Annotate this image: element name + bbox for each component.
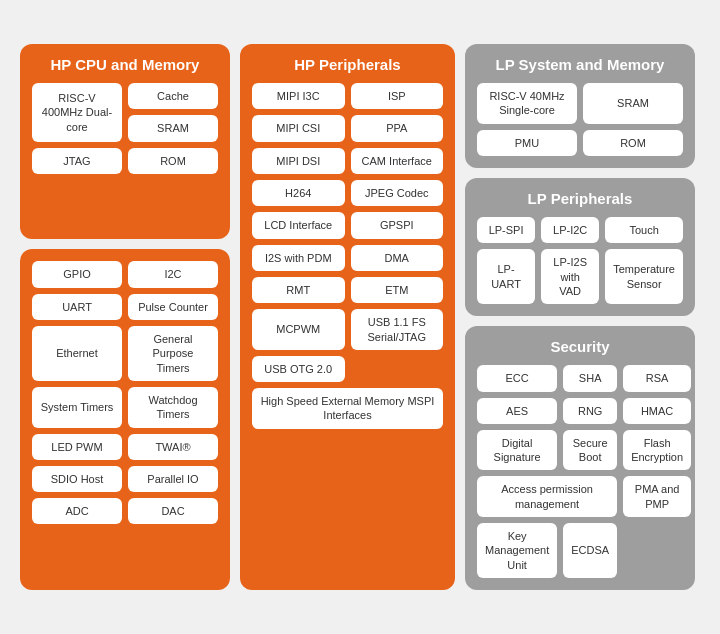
chip-system-timers: System Timers bbox=[32, 387, 122, 428]
chip-secure-boot: Secure Boot bbox=[563, 430, 617, 471]
security-title: Security bbox=[477, 338, 683, 355]
chip-twai: TWAI® bbox=[128, 434, 218, 460]
chip-aes: AES bbox=[477, 398, 557, 424]
hp-io-section: GPIO I2C UART Pulse Counter Ethernet Gen… bbox=[20, 249, 230, 589]
chip-uart: UART bbox=[32, 294, 122, 320]
hp-periph-title: HP Peripherals bbox=[252, 56, 443, 73]
chip-risc-v-400: RISC-V 400MHz Dual-core bbox=[32, 83, 122, 142]
chip-rom-hp: ROM bbox=[128, 148, 218, 174]
chip-lcd-interface: LCD Interface bbox=[252, 212, 345, 238]
hp-cpu-title: HP CPU and Memory bbox=[32, 56, 218, 73]
chip-led-pwm: LED PWM bbox=[32, 434, 122, 460]
lp-system-section: LP System and Memory RISC-V 40MHz Single… bbox=[465, 44, 695, 168]
chip-digital-sig: Digital Signature bbox=[477, 430, 557, 471]
chip-ethernet: Ethernet bbox=[32, 326, 122, 381]
diagram-container: HP CPU and Memory RISC-V 400MHz Dual-cor… bbox=[10, 34, 710, 600]
chip-lp-i2c: LP-I2C bbox=[541, 217, 599, 243]
chip-rng: RNG bbox=[563, 398, 617, 424]
chip-isp: ISP bbox=[351, 83, 444, 109]
chip-ecdsa: ECDSA bbox=[563, 523, 617, 578]
chip-sdio-host: SDIO Host bbox=[32, 466, 122, 492]
right-column: LP System and Memory RISC-V 40MHz Single… bbox=[465, 44, 695, 590]
chip-lp-uart: LP-UART bbox=[477, 249, 535, 304]
chip-high-speed-mem: High Speed External Memory MSPI Interfac… bbox=[252, 388, 443, 429]
chip-mipi-csi: MIPI CSI bbox=[252, 115, 345, 141]
lp-periph-title: LP Peripherals bbox=[477, 190, 683, 207]
chip-cache: Cache bbox=[128, 83, 218, 109]
chip-touch: Touch bbox=[605, 217, 683, 243]
chip-gpspi: GPSPI bbox=[351, 212, 444, 238]
chip-dma: DMA bbox=[351, 245, 444, 271]
chip-lp-spi: LP-SPI bbox=[477, 217, 535, 243]
chip-key-mgmt: Key Management Unit bbox=[477, 523, 557, 578]
chip-rom-lp: ROM bbox=[583, 130, 683, 156]
chip-sha: SHA bbox=[563, 365, 617, 391]
chip-i2s-pdm: I2S with PDM bbox=[252, 245, 345, 271]
chip-hmac: HMAC bbox=[623, 398, 691, 424]
chip-h264: H264 bbox=[252, 180, 345, 206]
chip-mipi-dsi: MIPI DSI bbox=[252, 148, 345, 174]
chip-flash-enc: Flash Encryption bbox=[623, 430, 691, 471]
chip-sram-lp: SRAM bbox=[583, 83, 683, 124]
chip-ppa: PPA bbox=[351, 115, 444, 141]
hp-periph-section: HP Peripherals MIPI I3C ISP MIPI CSI PPA… bbox=[240, 44, 455, 590]
chip-rsa: RSA bbox=[623, 365, 691, 391]
chip-pulse-counter: Pulse Counter bbox=[128, 294, 218, 320]
chip-risc-v-lp: RISC-V 40MHz Single-core bbox=[477, 83, 577, 124]
chip-etm: ETM bbox=[351, 277, 444, 303]
chip-pma-pmp: PMA and PMP bbox=[623, 476, 691, 517]
chip-pmu: PMU bbox=[477, 130, 577, 156]
chip-watchdog-timers: Watchdog Timers bbox=[128, 387, 218, 428]
chip-usb-fs: USB 1.1 FS Serial/JTAG bbox=[351, 309, 444, 350]
chip-adc: ADC bbox=[32, 498, 122, 524]
lp-system-title: LP System and Memory bbox=[477, 56, 683, 73]
chip-ecc: ECC bbox=[477, 365, 557, 391]
chip-i2c: I2C bbox=[128, 261, 218, 287]
chip-lp-i2s-vad: LP-I2S with VAD bbox=[541, 249, 599, 304]
chip-sram-hp: SRAM bbox=[128, 115, 218, 141]
chip-parallel-io: Parallel IO bbox=[128, 466, 218, 492]
chip-temp-sensor: Temperature Sensor bbox=[605, 249, 683, 304]
chip-general-purpose-timers: General Purpose Timers bbox=[128, 326, 218, 381]
lp-periph-section: LP Peripherals LP-SPI LP-I2C Touch LP-UA… bbox=[465, 178, 695, 316]
chip-mcpwm: MCPWM bbox=[252, 309, 345, 350]
chip-jtag: JTAG bbox=[32, 148, 122, 174]
chip-jpeg-codec: JPEG Codec bbox=[351, 180, 444, 206]
chip-mipi-i3c: MIPI I3C bbox=[252, 83, 345, 109]
security-section: Security ECC SHA RSA AES RNG HMAC Digita… bbox=[465, 326, 695, 590]
hp-cpu-section: HP CPU and Memory RISC-V 400MHz Dual-cor… bbox=[20, 44, 230, 239]
chip-dac: DAC bbox=[128, 498, 218, 524]
chip-usb-otg: USB OTG 2.0 bbox=[252, 356, 345, 382]
chip-access-perm: Access permission management bbox=[477, 476, 617, 517]
chip-rmt: RMT bbox=[252, 277, 345, 303]
chip-gpio: GPIO bbox=[32, 261, 122, 287]
chip-cam-interface: CAM Interface bbox=[351, 148, 444, 174]
